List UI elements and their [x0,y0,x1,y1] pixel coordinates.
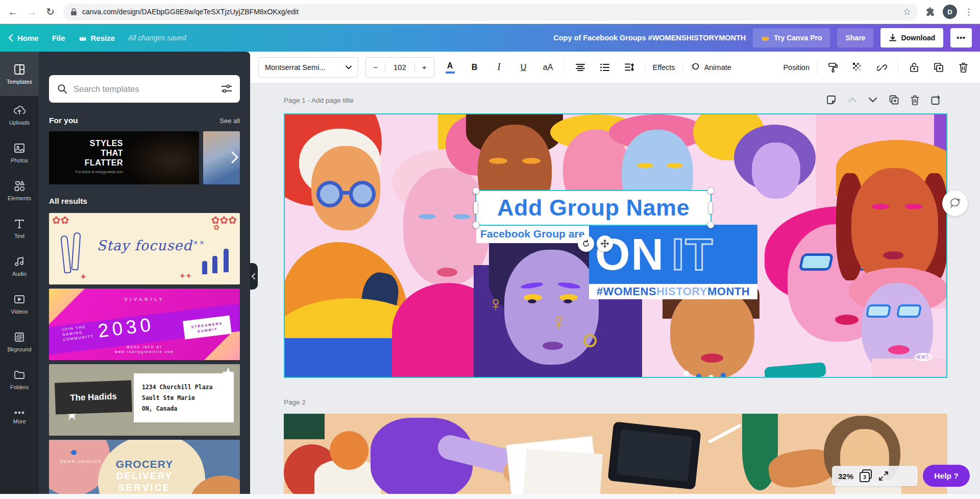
object-panel-nav: Templates Uploads Photos Elements Text A… [0,52,39,499]
folder-icon [13,369,26,381]
page1-title[interactable]: Page 1 - Add page title [284,97,354,104]
on-it-textbox[interactable]: ON IT [589,225,757,284]
resize-handle-w[interactable] [474,202,478,214]
resize-handle-se[interactable] [707,222,714,228]
panel-collapse-button[interactable] [250,263,258,290]
effects-button[interactable]: Effects [653,63,675,72]
font-size-increase[interactable]: + [415,63,434,72]
sidebar-item-uploads[interactable]: Uploads [0,96,39,134]
featured-subtitle: Full article at reallygreatsite.com [49,170,123,174]
art-shape [684,371,689,376]
filter-icon[interactable] [222,84,232,93]
header-more-button[interactable]: ••• [950,28,972,47]
position-button[interactable]: Position [783,63,810,72]
sidebar-item-photos[interactable]: Photos [0,134,39,172]
see-all-link[interactable]: See all [219,117,240,125]
duplicate-page-icon[interactable] [889,94,899,105]
home-button[interactable]: Home [8,34,39,42]
font-family-select[interactable]: Montserrat Semi... [258,57,358,78]
template-the-hadids[interactable]: The Hadids 1234 Churchill Plaza Sault St… [49,364,240,436]
resize-handle-nw[interactable] [473,187,479,194]
art-shape [905,204,922,209]
group-name-textbox[interactable]: Add Group Name [476,191,710,225]
resize-handle-ne[interactable] [707,187,714,194]
page1-design[interactable]: ♀ ♀ Add Group Name Facebook Group are ON… [284,113,947,378]
flower-decoration: ✿✿ [52,214,69,226]
move-handle[interactable] [597,235,613,252]
font-size-decrease[interactable]: − [366,63,385,72]
paint-roller-icon [828,62,838,73]
bold-button[interactable]: B [466,59,483,76]
sidebar-item-templates[interactable]: Templates [0,52,39,96]
rotate-handle[interactable] [578,235,594,252]
template-stay-focused[interactable]: ✿✿ ✿✿✿ ✿ ✕ ✕ ✚ ✚ ✚ Stay focused [49,213,240,284]
template-styles-that-flatter[interactable]: STYLESTHATFLATTER Full article at really… [49,131,199,184]
sidebar-item-more[interactable]: More [0,398,39,436]
move-page-down-icon[interactable] [868,97,877,103]
help-button[interactable]: Help ? [923,465,970,487]
avatar[interactable]: D [943,5,957,19]
download-button[interactable]: Download [880,28,943,47]
chevron-left-icon [8,34,13,42]
transparency-button[interactable] [849,59,866,76]
sidebar-item-elements[interactable]: Elements [0,172,39,209]
divider [564,61,565,74]
text-color-button[interactable]: A [442,59,459,76]
palm-decoration [202,261,207,274]
bullet-list-button[interactable] [596,59,614,76]
extensions-icon[interactable] [925,7,936,17]
art-shape [883,251,903,259]
page2-title[interactable]: Page 2 [284,398,306,406]
app-header: Home File Resize All changes saved Copy … [0,24,980,52]
sidebar-item-background[interactable]: Bkground [0,323,39,361]
carousel-next-button[interactable] [231,151,239,164]
subtitle-textbox[interactable]: Facebook Group are [476,225,590,243]
copy-style-button[interactable] [824,59,842,76]
add-comment-button[interactable] [942,191,968,216]
sidebar-item-text[interactable]: Text [0,209,39,247]
art-shape [523,449,603,499]
lock-button[interactable] [905,59,923,76]
search-input[interactable] [74,84,215,94]
notes-icon[interactable] [826,94,837,105]
template-search[interactable] [49,75,240,103]
sidebar-item-audio[interactable]: Audio [0,247,39,285]
fullscreen-icon[interactable] [879,471,888,481]
template-grocery-delivery[interactable]: DEAR GROCER GROCERY DELIVERY SERVICE 100… [49,440,240,499]
link-button[interactable] [873,59,891,76]
template-vivarily-2030[interactable]: VIVARILY JOIN THEGAMINGCOMMUNITY 2030 ST… [49,289,240,360]
italic-button[interactable]: I [491,59,508,76]
try-canva-pro-button[interactable]: Try Canva Pro [753,28,830,47]
address-bar[interactable]: canva.com/design/DAEbpGG8E8w/qeTeSXTjzUy… [63,4,918,20]
delete-button[interactable] [954,59,972,76]
browser-menu-icon[interactable]: ⋮ [964,7,973,17]
browser-reload-button[interactable]: ↻ [44,6,56,18]
page-count-button[interactable]: 3 [860,469,873,483]
sidebar-item-folders[interactable]: Folders [0,361,39,398]
resize-handle-e[interactable] [708,202,713,214]
art-shape [872,359,947,378]
bookmark-star-icon[interactable]: ☆ [903,6,911,17]
share-button[interactable]: Share [837,28,873,47]
file-menu[interactable]: File [52,34,65,42]
line-spacing-button[interactable] [621,59,638,76]
art-shape [349,181,376,207]
design-title[interactable]: Copy of Facebook Groups #WOMENSHISTORYMO… [553,34,746,42]
delete-page-icon[interactable] [911,95,919,105]
font-size-value[interactable]: 102 [385,63,415,72]
zoom-level[interactable]: 32% [838,472,853,481]
resize-handle-sw[interactable] [473,222,479,228]
browser-forward-button[interactable]: → [26,6,38,18]
duplicate-button[interactable] [930,59,947,76]
chevron-down-icon [346,65,352,69]
animate-button[interactable]: Animate [690,62,731,73]
browser-back-button[interactable]: ← [7,6,19,18]
underline-button[interactable]: U [515,59,532,76]
move-page-up-icon[interactable] [848,97,857,103]
resize-button[interactable]: Resize [79,34,115,42]
hashtag-textbox[interactable]: #WOMENS HISTORY MONTH [589,284,757,299]
sidebar-item-videos[interactable]: Videos [0,285,39,323]
add-page-icon[interactable] [930,94,941,105]
text-case-button[interactable]: aA [540,59,557,76]
text-align-button[interactable] [572,59,589,76]
